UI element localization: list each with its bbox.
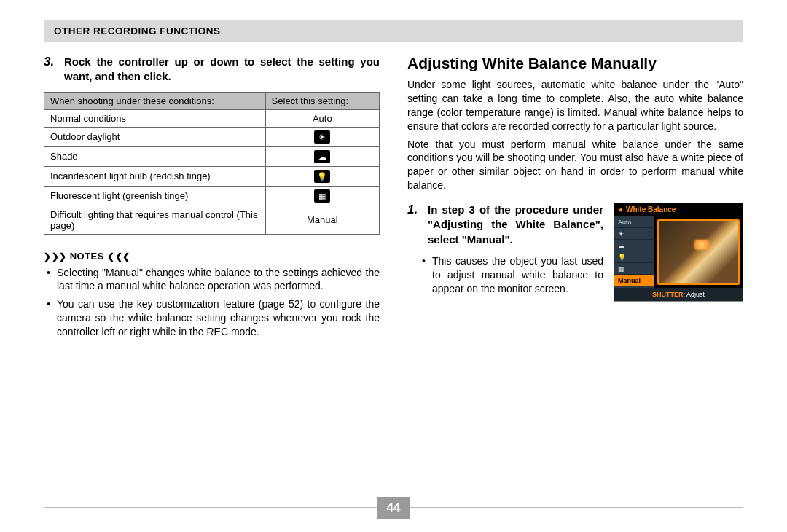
white-balance-table: When shooting under these conditions: Se… [44, 92, 380, 235]
cond-cell: Normal conditions [44, 109, 266, 127]
daylight-icon: ☀ [314, 130, 330, 144]
lcd-preview-image [657, 219, 740, 285]
setting-cell: ▦ [265, 186, 379, 206]
arrows-right-icon: ❯❯❯ [44, 251, 67, 262]
cond-cell: Difficult lighting that requires manual … [44, 206, 266, 234]
lcd-menu-item: ☁ [614, 240, 654, 251]
table-header-row: When shooting under these conditions: Se… [44, 92, 380, 109]
setting-cell: ☀ [265, 127, 379, 146]
step-1-bullet: This causes the object you last used to … [432, 254, 603, 296]
lcd-body: Auto ☀ ☁ 💡 ▦ Manual [614, 216, 743, 288]
step-1-text-block: 1. In step 3 of the procedure under "Adj… [407, 203, 603, 302]
lcd-footer: SHUTTER: Adjust [614, 288, 743, 301]
cond-cell: Incandescent light bulb (reddish tinge) [44, 166, 266, 186]
lcd-menu-item: ☀ [614, 228, 654, 240]
step-1-bullets: This causes the object you last used to … [407, 254, 603, 296]
page-number: 44 [387, 501, 401, 515]
lcd-menu-list: Auto ☀ ☁ 💡 ▦ Manual [614, 216, 654, 288]
table-row: Difficult lighting that requires manual … [44, 206, 380, 234]
step-1-number: 1. [407, 203, 420, 247]
lcd-menu-item-selected: Manual [614, 275, 654, 286]
table-row: Normal conditions Auto [44, 109, 380, 127]
shade-icon: ☁ [314, 150, 330, 163]
fluorescent-icon: ▦ [314, 189, 330, 203]
lcd-footer-text: : Adjust [683, 291, 705, 298]
lcd-indicator-icon: ● [619, 206, 623, 214]
manual-wb-para1: Under some light sources, automatic whit… [407, 78, 743, 133]
lcd-menu-item: 💡 [614, 251, 654, 263]
lcd-menu-item: Auto [614, 216, 654, 228]
step-3: 3. Rock the controller up or down to sel… [44, 55, 380, 85]
lcd-header: ●White Balance [614, 203, 743, 216]
arrows-left-icon: ❮❮❮ [107, 251, 130, 262]
table-row: Incandescent light bulb (reddish tinge) … [44, 166, 380, 186]
lcd-footer-key: SHUTTER [652, 291, 684, 298]
step-1-text: In step 3 of the procedure under "Adjust… [428, 203, 603, 247]
note-item: You can use the key customization featur… [57, 297, 380, 339]
lcd-title: White Balance [626, 206, 676, 214]
note-item: Selecting "Manual" changes white balance… [57, 266, 380, 294]
left-column: 3. Rock the controller up or down to sel… [44, 55, 380, 343]
notes-heading: ❯❯❯ NOTES ❮❮❮ [44, 251, 380, 262]
cond-cell: Shade [44, 146, 266, 166]
setting-cell: ☁ [265, 146, 379, 166]
table-header-conditions: When shooting under these conditions: [44, 92, 266, 109]
incandescent-icon: 💡 [314, 170, 330, 183]
manual-wb-heading: Adjusting White Balance Manually [407, 55, 743, 72]
table-row: Shade ☁ [44, 146, 380, 166]
right-column: Adjusting White Balance Manually Under s… [407, 55, 743, 343]
setting-cell: Manual [265, 206, 379, 234]
two-column-layout: 3. Rock the controller up or down to sel… [44, 55, 743, 343]
notes-list: Selecting "Manual" changes white balance… [44, 266, 380, 339]
setting-cell: 💡 [265, 166, 379, 186]
step-3-text: Rock the controller up or down to select… [64, 55, 380, 85]
section-header-text: OTHER RECORDING FUNCTIONS [54, 26, 221, 36]
lcd-menu-item: ▦ [614, 263, 654, 275]
setting-cell: Auto [265, 109, 379, 127]
section-header-bar: OTHER RECORDING FUNCTIONS [44, 20, 743, 42]
camera-lcd-screenshot: ●White Balance Auto ☀ ☁ 💡 ▦ Manual [614, 203, 743, 302]
lcd-preview-candles-icon [691, 240, 713, 250]
step-1-block: 1. In step 3 of the procedure under "Adj… [407, 203, 743, 302]
step-3-number: 3. [44, 55, 57, 85]
table-row: Outdoor daylight ☀ [44, 127, 380, 146]
step-1: 1. In step 3 of the procedure under "Adj… [407, 203, 603, 247]
cond-cell: Outdoor daylight [44, 127, 266, 146]
notes-label: NOTES [70, 251, 104, 262]
table-row: Fluorescent light (greenish tinge) ▦ [44, 186, 380, 206]
cond-cell: Fluorescent light (greenish tinge) [44, 186, 266, 206]
manual-wb-para2: Note that you must perform manual white … [407, 138, 743, 193]
table-header-setting: Select this setting: [265, 92, 379, 109]
page-number-badge: 44 [377, 497, 410, 519]
